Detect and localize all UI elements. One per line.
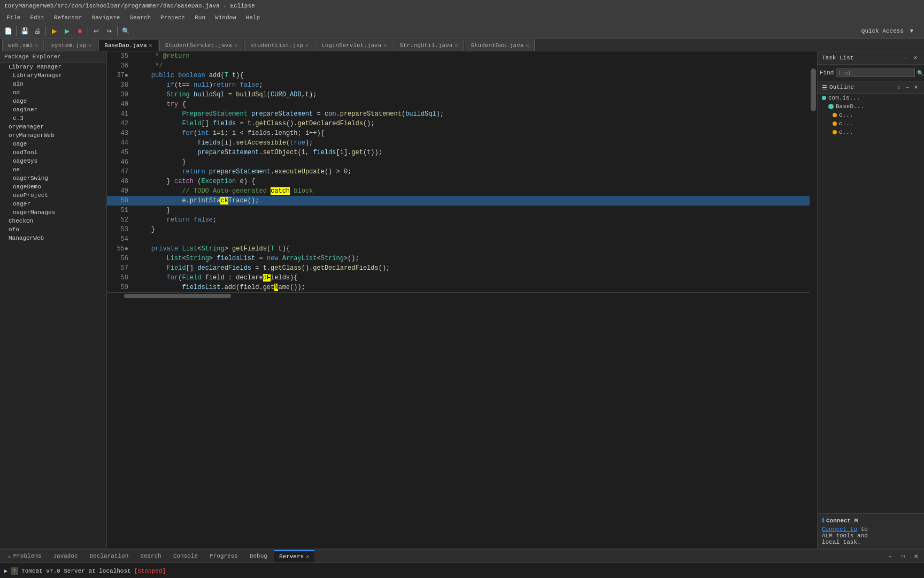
close-tab-basedao[interactable]: ✕	[149, 42, 152, 49]
sidebar-item-ofo[interactable]: ofo	[0, 225, 106, 234]
outline-sort-btn[interactable]: ↕	[895, 83, 903, 91]
close-tab-stringutil[interactable]: ✕	[455, 42, 458, 49]
menu-navigate[interactable]: Navigate	[88, 13, 125, 22]
bottom-minimize-btn[interactable]: −	[884, 550, 896, 562]
console-label: Console	[173, 553, 198, 559]
quick-access-btn[interactable]: ▼	[906, 25, 918, 37]
outline-dot-class	[828, 104, 834, 109]
save-btn[interactable]: 💾	[19, 25, 30, 37]
tab-javadoc[interactable]: Javadoc	[48, 550, 83, 562]
close-tab-studentlist-jsp[interactable]: ✕	[305, 42, 309, 49]
sidebar-item-e3[interactable]: e.3	[0, 114, 106, 123]
close-tab-studentservlet[interactable]: ✕	[234, 42, 237, 49]
outline-item-class[interactable]: BaseD...	[818, 102, 924, 111]
tab-basedao[interactable]: BaseDao.java ✕	[98, 40, 158, 51]
tab-servers[interactable]: Servers ✕	[274, 550, 314, 562]
sidebar-item-oagedemo[interactable]: oageDemo	[0, 182, 106, 191]
find-search-btn[interactable]: 🔍	[917, 67, 923, 79]
tab-web-xml[interactable]: web.xml ✕	[2, 40, 44, 51]
debug-btn[interactable]: ▶	[48, 25, 60, 37]
menu-project[interactable]: Project	[156, 13, 189, 22]
bottom-panel-controls: − □ ✕	[884, 550, 924, 562]
expand-icon[interactable]: ▶	[4, 568, 7, 574]
sidebar-item-librarymanager[interactable]: Library Manager	[0, 63, 106, 71]
tab-studentlist-jsp[interactable]: studentList.jsp ✕	[244, 40, 314, 51]
tab-declaration[interactable]: Declaration	[84, 550, 134, 562]
close-servers-tab[interactable]: ✕	[306, 553, 309, 560]
redo-btn[interactable]: ↪	[103, 25, 115, 37]
menu-window[interactable]: Window	[211, 13, 241, 22]
print-btn[interactable]: 🖨	[32, 25, 43, 37]
tab-debug[interactable]: Debug	[244, 550, 273, 562]
server-row: ▶ T Tomcat v7.0 Server at localhost [Sto…	[4, 565, 920, 577]
outline-item-field-3[interactable]: c...	[818, 128, 924, 136]
sidebar-item-oagesys[interactable]: oageSys	[0, 157, 106, 165]
sidebar-item-oe[interactable]: oe	[0, 165, 106, 174]
bottom-close-btn[interactable]: ✕	[910, 550, 922, 562]
outline-dot-package	[822, 96, 826, 100]
sidebar-title: Package Explorer	[4, 54, 61, 60]
outline-item-field-1[interactable]: c...	[818, 111, 924, 119]
editor-area[interactable]: 35 * @return 36 */ 37● public boolean ad…	[107, 51, 817, 549]
sidebar-item-oaoproject[interactable]: oaoProject	[0, 191, 106, 200]
task-list-close[interactable]: ✕	[911, 54, 920, 62]
code-line-46: 46 }	[107, 157, 810, 167]
sidebar-item-checkon[interactable]: CheckOn	[0, 217, 106, 225]
close-tab-web-xml[interactable]: ✕	[35, 42, 38, 49]
bottom-maximize-btn[interactable]: □	[897, 550, 909, 562]
menu-file[interactable]: File	[2, 13, 25, 22]
quick-access-label: Quick Access	[861, 28, 904, 34]
tab-studentdao[interactable]: StudentDao.java ✕	[465, 40, 535, 51]
sidebar-item-od[interactable]: od	[0, 88, 106, 97]
sidebar-item-oage[interactable]: oage	[0, 97, 106, 105]
tab-studentservlet[interactable]: StudentServlet.java ✕	[159, 40, 243, 51]
menu-help[interactable]: Help	[242, 13, 264, 22]
menu-edit[interactable]: Edit	[26, 13, 48, 22]
task-list-collapse[interactable]: −	[902, 54, 910, 62]
outline-collapse[interactable]: −	[904, 83, 911, 91]
outline-item-field-2[interactable]: c...	[818, 119, 924, 128]
code-view[interactable]: 35 * @return 36 */ 37● public boolean ad…	[107, 51, 810, 549]
sidebar-item-ain[interactable]: ain	[0, 80, 106, 88]
tab-system-jsp[interactable]: system.jsp ✕	[45, 40, 97, 51]
code-line-51: 51 }	[107, 206, 810, 215]
menu-refactor[interactable]: Refactor	[50, 13, 87, 22]
undo-btn[interactable]: ↩	[90, 25, 102, 37]
outline-close[interactable]: ✕	[912, 83, 920, 91]
sidebar-item-oagermanages[interactable]: oagerManages	[0, 208, 106, 217]
tab-stringutil[interactable]: StringUtil.java ✕	[394, 40, 464, 51]
search-btn[interactable]: 🔍	[120, 25, 132, 37]
run-btn[interactable]: ▶	[61, 25, 73, 37]
sidebar-item-oager[interactable]: oager	[0, 200, 106, 208]
sidebar-item-oagerswing[interactable]: oagerSwing	[0, 174, 106, 182]
vscroll-thumb[interactable]	[811, 69, 816, 111]
sidebar-item-managerweb[interactable]: ManagerWeb	[0, 234, 106, 242]
menu-search[interactable]: Search	[125, 13, 155, 22]
sidebar-item-orymanagerweb[interactable]: oryManagerWeb	[0, 131, 106, 140]
menu-run[interactable]: Run	[190, 13, 210, 22]
code-line-43: 43 for(int i=1; i < fields.length; i++){	[107, 128, 810, 138]
outline-item-package[interactable]: com.is...	[818, 94, 924, 102]
info-icon: ℹ	[822, 517, 824, 524]
tab-loginservlet[interactable]: LoginServlet.java ✕	[315, 40, 392, 51]
tab-search[interactable]: Search	[135, 550, 167, 562]
sidebar-item-orymanager[interactable]: oryManager	[0, 123, 106, 131]
hscroll-thumb[interactable]	[124, 294, 231, 298]
sidebar-item-oadtool[interactable]: oadTool	[0, 148, 106, 157]
code-line-52: 52 return false;	[107, 215, 810, 225]
close-tab-loginservlet[interactable]: ✕	[383, 42, 387, 49]
tab-progress[interactable]: Progress	[204, 550, 243, 562]
vertical-scrollbar[interactable]	[810, 51, 817, 549]
sidebar-item-librarymanager2[interactable]: LibraryManager	[0, 71, 106, 80]
close-tab-studentdao[interactable]: ✕	[526, 42, 529, 49]
find-input[interactable]	[836, 69, 915, 77]
sidebar-item-oaginer[interactable]: oaginer	[0, 105, 106, 114]
horizontal-scrollbar[interactable]	[107, 292, 810, 299]
new-btn[interactable]: 📄	[2, 25, 14, 37]
connect-link[interactable]: Connect to	[822, 526, 857, 533]
sidebar-item-oage2[interactable]: oage	[0, 140, 106, 148]
tab-problems[interactable]: ⚠ Problems	[2, 550, 47, 562]
stop-btn[interactable]: ■	[74, 25, 86, 37]
close-tab-system-jsp[interactable]: ✕	[88, 42, 91, 49]
tab-console[interactable]: Console	[168, 550, 203, 562]
